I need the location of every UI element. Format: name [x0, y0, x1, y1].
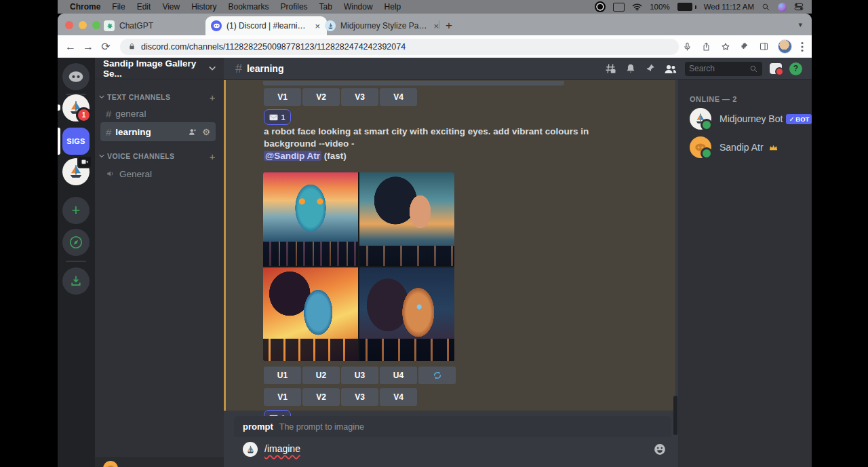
- option-name: prompt: [243, 422, 273, 432]
- emoji-picker-icon[interactable]: [653, 443, 667, 456]
- spotlight-search-icon[interactable]: [762, 3, 770, 12]
- v3-button[interactable]: V3: [341, 388, 378, 406]
- new-tab-button[interactable]: +: [446, 19, 452, 33]
- create-channel-icon[interactable]: +: [210, 151, 216, 162]
- menu-profiles[interactable]: Profiles: [281, 2, 308, 12]
- server-sailboat-2[interactable]: [62, 158, 90, 185]
- notifications-bell-icon[interactable]: [625, 62, 637, 75]
- menu-tab[interactable]: Tab: [319, 2, 332, 12]
- bot-badge: ✓BOT: [786, 114, 812, 124]
- tab-discord-active[interactable]: (1) Discord | #learning | Sandi… ×: [205, 16, 327, 35]
- create-channel-icon[interactable]: +: [210, 92, 216, 103]
- server-unread-badge: 1: [76, 107, 92, 123]
- generated-image-4[interactable]: [359, 267, 454, 361]
- v4-button[interactable]: V4: [380, 88, 417, 106]
- plus-icon: +: [72, 202, 81, 219]
- v1-button[interactable]: V1: [264, 88, 301, 106]
- member-name: Midjourney Bot: [719, 113, 783, 124]
- tab-midjourney[interactable]: Midjourney Stylize Parameter ×: [319, 16, 446, 35]
- u1-button[interactable]: U1: [264, 367, 301, 384]
- profile-avatar[interactable]: [778, 39, 792, 54]
- midjourney-image-grid[interactable]: [263, 172, 454, 361]
- menu-bookmarks[interactable]: Bookmarks: [229, 2, 269, 12]
- share-icon[interactable]: [701, 41, 711, 52]
- edit-channel-gear-icon[interactable]: ⚙: [202, 127, 210, 137]
- generated-image-2[interactable]: [359, 172, 454, 266]
- menu-edit[interactable]: Edit: [137, 2, 151, 12]
- channel-learning-selected[interactable]: # learning ⚙: [100, 122, 216, 141]
- pinned-messages-icon[interactable]: [644, 62, 656, 75]
- back-button[interactable]: ←: [62, 41, 79, 53]
- menubar-clock[interactable]: Wed 11:12 AM: [704, 3, 754, 11]
- v4-button[interactable]: V4: [380, 388, 417, 406]
- user-mention[interactable]: @Sandip Atr: [264, 151, 321, 161]
- member-sandip-atr[interactable]: Sandip Atr: [684, 134, 806, 161]
- battery-percent: 100%: [650, 3, 669, 11]
- help-icon[interactable]: ?: [789, 62, 802, 75]
- battery-icon: [677, 3, 696, 11]
- inbox-icon[interactable]: [770, 63, 782, 74]
- voice-channel-general[interactable]: General: [100, 165, 216, 183]
- slash-command-popup[interactable]: prompt The prompt to imagine: [234, 416, 671, 438]
- threads-icon[interactable]: [604, 62, 617, 75]
- bookmark-star-icon[interactable]: [720, 41, 731, 52]
- wifi-icon[interactable]: [632, 3, 642, 11]
- server-sailboat-1[interactable]: 1: [62, 94, 90, 122]
- search-input[interactable]: Search: [685, 62, 762, 76]
- user-avatar[interactable]: [103, 461, 118, 467]
- invite-people-icon[interactable]: [188, 128, 197, 136]
- reload-button[interactable]: ⟳: [97, 40, 115, 53]
- chevron-down-icon: [99, 95, 104, 99]
- menu-history[interactable]: History: [191, 2, 216, 12]
- menu-help[interactable]: Help: [384, 2, 401, 12]
- hash-icon: #: [106, 108, 111, 119]
- menu-view[interactable]: View: [162, 2, 180, 12]
- chrome-menu-icon[interactable]: [801, 41, 804, 52]
- download-apps-button[interactable]: [62, 267, 90, 295]
- screen: Chrome File Edit View History Bookmarks …: [0, 0, 868, 467]
- v2-button[interactable]: V2: [302, 88, 340, 106]
- extensions-icon[interactable]: [740, 41, 750, 52]
- menu-app-name[interactable]: Chrome: [70, 2, 100, 12]
- channel-general[interactable]: # general: [100, 105, 216, 122]
- menu-file[interactable]: File: [112, 2, 125, 12]
- prompt-message-text: a robot face looking at smart city with …: [264, 126, 644, 162]
- tab-search-chevron-icon[interactable]: ▾: [798, 20, 802, 29]
- server-header[interactable]: Sandip Image Gallery Se...: [95, 58, 224, 79]
- minimize-window-button[interactable]: [79, 21, 87, 29]
- server-sigs-selected[interactable]: SIGS: [62, 128, 90, 155]
- member-list-icon[interactable]: [663, 63, 677, 75]
- generated-image-3[interactable]: [263, 267, 358, 361]
- envelope-reaction[interactable]: 1: [264, 109, 291, 125]
- u4-button[interactable]: U4: [380, 367, 417, 384]
- sidebar-icon[interactable]: [759, 41, 769, 52]
- generated-image-1[interactable]: [263, 172, 358, 266]
- v3-button[interactable]: V3: [341, 88, 378, 106]
- mic-icon[interactable]: [682, 41, 692, 52]
- display-icon[interactable]: [613, 3, 625, 12]
- u3-button[interactable]: U3: [341, 367, 378, 384]
- chat-scrollbar[interactable]: [673, 396, 677, 435]
- discord-home-button[interactable]: [62, 63, 90, 90]
- v2-button[interactable]: V2: [302, 388, 340, 406]
- siri-icon[interactable]: [778, 3, 787, 12]
- control-center-icon[interactable]: [794, 3, 804, 11]
- menu-window[interactable]: Window: [344, 2, 373, 12]
- voice-channels-category[interactable]: VOICE CHANNELS +: [99, 151, 220, 161]
- forward-button[interactable]: →: [79, 41, 97, 53]
- member-midjourney-bot[interactable]: Midjourney Bot ✓BOT: [684, 105, 806, 132]
- explore-servers-button[interactable]: [62, 229, 90, 256]
- text-channels-category[interactable]: TEXT CHANNELS +: [99, 92, 220, 102]
- v1-button[interactable]: V1: [264, 388, 301, 406]
- reroll-button[interactable]: [418, 367, 456, 384]
- message-composer: /imagine prompt a plant with multiple ty…: [224, 437, 678, 467]
- add-server-button[interactable]: +: [62, 197, 90, 224]
- close-window-button[interactable]: [65, 21, 73, 29]
- upscale-buttons: U1 U2 U3 U4: [264, 367, 456, 384]
- imagine-command[interactable]: /imagine: [264, 443, 300, 454]
- discord-logo-icon: [67, 71, 85, 83]
- u2-button[interactable]: U2: [302, 367, 340, 384]
- address-bar[interactable]: discord.com/channels/1128282250098778123…: [120, 39, 679, 55]
- screen-record-icon[interactable]: [595, 1, 606, 12]
- server-rail: 1 SIGS +: [58, 58, 95, 467]
